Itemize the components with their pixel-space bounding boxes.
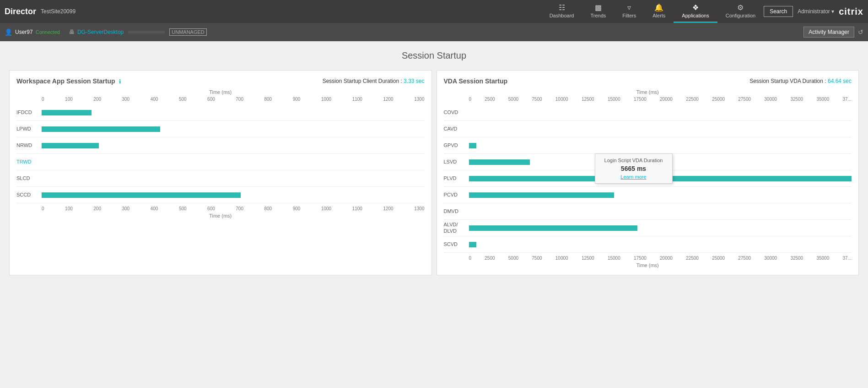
x-axis-tick: 1300 — [414, 206, 424, 211]
row-label[interactable]: TRWD — [16, 159, 42, 165]
x-axis-tick: 37... — [843, 256, 852, 261]
workspace-time-label: Time (ms) — [16, 89, 425, 95]
vda-chart-rows: COVDCAVDGPVDLSVDPLVDPCVDDMVDALVD/ DLVDSC… — [444, 104, 852, 253]
data-bar — [42, 192, 241, 198]
workspace-info-icon[interactable]: ℹ — [119, 78, 121, 85]
topbar: Director TestSite20099 ☷ Dashboard ▩ Tre… — [0, 0, 868, 23]
x-axis-tick: 27500 — [738, 256, 751, 261]
chart-row: PLVD — [444, 170, 852, 187]
workspace-panel-title: Workspace App Session Startup — [16, 77, 115, 85]
chart-row: PCVD — [444, 187, 852, 203]
x-axis-tick: 17500 — [634, 97, 647, 102]
brand-logo: Director — [5, 7, 36, 16]
chart-row: NRWD — [16, 137, 425, 154]
vda-x-axis-bottom: 0250050007500100001250015000175002000022… — [444, 256, 852, 261]
x-axis-tick: 32500 — [790, 256, 803, 261]
x-axis-tick: 200 — [93, 97, 101, 102]
workspace-chart: Time (ms) 010020030040050060070080090010… — [16, 89, 425, 219]
workspace-duration: Session Startup Client Duration : 3.33 s… — [323, 78, 425, 84]
dashboard-icon: ☷ — [559, 3, 565, 12]
data-bar — [42, 110, 92, 115]
session-bar-actions: Activity Manager ↺ — [803, 27, 863, 38]
x-axis-tick: 20000 — [660, 97, 673, 102]
bar-area — [469, 175, 852, 182]
session-bar: 👤 User97 Connected 🖶 DG-ServerDesktop UN… — [0, 23, 868, 41]
x-axis-tick: 1200 — [383, 206, 393, 211]
x-axis-tick: 1100 — [352, 206, 362, 211]
data-bar — [469, 143, 477, 148]
admin-menu[interactable]: Administrator ▾ — [798, 8, 834, 15]
chart-row: LPWD — [16, 121, 425, 137]
row-label: PCVD — [444, 192, 469, 198]
row-label: LSVD — [444, 159, 469, 165]
x-axis-tick: 400 — [151, 206, 158, 211]
x-axis-tick: 5000 — [508, 256, 518, 261]
vda-time-label-bottom: Time (ms) — [444, 262, 852, 268]
nav-configuration[interactable]: ⚙ Configuration — [717, 0, 764, 23]
x-axis-tick: 32500 — [790, 97, 803, 102]
panels-row: Workspace App Session Startup ℹ Session … — [9, 70, 859, 275]
vda-duration: Session Startup VDA Duration : 64.64 sec — [749, 78, 852, 84]
x-axis-tick: 22500 — [686, 256, 699, 261]
data-bar — [42, 126, 160, 132]
x-axis-tick: 700 — [236, 97, 243, 102]
activity-manager-button[interactable]: Activity Manager — [803, 27, 854, 38]
workspace-x-axis-bottom: 0100200300400500600700800900100011001200… — [16, 206, 425, 211]
x-axis-tick: 0 — [469, 97, 472, 102]
x-axis-tick: 200 — [93, 206, 101, 211]
bar-area — [469, 241, 852, 248]
chart-row: DMVD — [444, 203, 852, 220]
row-label: ALVD/ DLVD — [444, 222, 469, 234]
x-axis-tick: 27500 — [738, 97, 751, 102]
nav-alerts[interactable]: 🔔 Alerts — [644, 0, 674, 23]
row-label: IFDCD — [16, 109, 42, 115]
x-axis-tick: 35000 — [816, 97, 829, 102]
x-axis-tick: 1200 — [383, 97, 393, 102]
x-axis-tick: 0 — [42, 97, 44, 102]
x-axis-tick: 100 — [65, 206, 73, 211]
applications-icon: ❖ — [692, 3, 699, 12]
x-axis-tick: 10000 — [555, 97, 568, 102]
workspace-x-axis-top: 0100200300400500600700800900100011001200… — [16, 97, 425, 102]
vda-panel-header: VDA Session Startup Session Startup VDA … — [444, 77, 852, 85]
bar-area — [469, 208, 852, 215]
x-axis-tick: 800 — [264, 206, 272, 211]
nav-dashboard[interactable]: ☷ Dashboard — [541, 0, 582, 23]
nav-dashboard-label: Dashboard — [550, 13, 574, 18]
workspace-time-label-bottom: Time (ms) — [16, 213, 425, 219]
x-axis-tick: 15000 — [608, 256, 620, 261]
data-bar — [469, 159, 530, 165]
search-button[interactable]: Search — [764, 6, 793, 17]
x-axis-tick: 300 — [122, 206, 129, 211]
page-title: Session Startup — [9, 50, 859, 61]
workspace-duration-value: 3.33 sec — [404, 78, 424, 84]
x-axis-tick: 35000 — [816, 256, 829, 261]
x-axis-tick: 700 — [236, 206, 243, 211]
chart-row: GPVD — [444, 137, 852, 154]
unmanaged-badge: UNMANAGED — [169, 28, 207, 36]
vda-time-label: Time (ms) — [444, 89, 852, 95]
data-bar — [469, 176, 852, 181]
x-axis-tick: 900 — [293, 206, 301, 211]
vda-panel: VDA Session Startup Session Startup VDA … — [437, 70, 859, 275]
chart-row: COVD — [444, 104, 852, 121]
x-axis-tick: 1000 — [321, 97, 331, 102]
chart-row: LSVD — [444, 154, 852, 170]
row-label: SCCD — [16, 192, 42, 198]
citrix-logo: citrix — [839, 6, 863, 17]
x-axis-tick: 12500 — [582, 97, 594, 102]
data-bar — [42, 143, 99, 148]
topbar-right: Search Administrator ▾ citrix — [764, 6, 863, 17]
bar-area — [469, 191, 852, 199]
nav-applications[interactable]: ❖ Applications — [674, 0, 717, 23]
bar-area — [469, 126, 852, 133]
x-axis-tick: 1300 — [414, 97, 424, 102]
bar-area — [42, 191, 425, 199]
refresh-icon[interactable]: ↺ — [858, 28, 863, 36]
x-axis-tick: 15000 — [608, 97, 620, 102]
x-axis-tick: 2500 — [485, 97, 495, 102]
x-axis-tick: 400 — [151, 97, 158, 102]
nav-filters[interactable]: ▿ Filters — [614, 0, 644, 23]
x-axis-tick: 1100 — [352, 97, 362, 102]
nav-trends[interactable]: ▩ Trends — [582, 0, 614, 23]
